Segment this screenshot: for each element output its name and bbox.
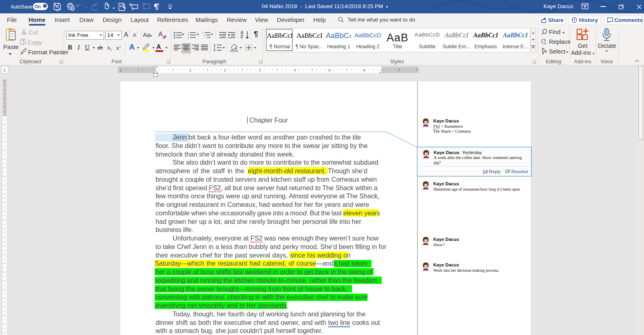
svg-text:3: 3 [259, 68, 261, 72]
svg-text:i: i [205, 37, 205, 39]
svg-text:5: 5 [328, 68, 331, 72]
svg-text:1: 1 [189, 68, 191, 72]
svg-text:1: 1 [120, 68, 122, 72]
svg-text:6: 6 [363, 68, 365, 72]
svg-text:7: 7 [398, 68, 400, 72]
svg-text:3: 3 [188, 37, 189, 39]
svg-text:2: 2 [224, 68, 226, 72]
svg-text:4: 4 [294, 68, 296, 72]
